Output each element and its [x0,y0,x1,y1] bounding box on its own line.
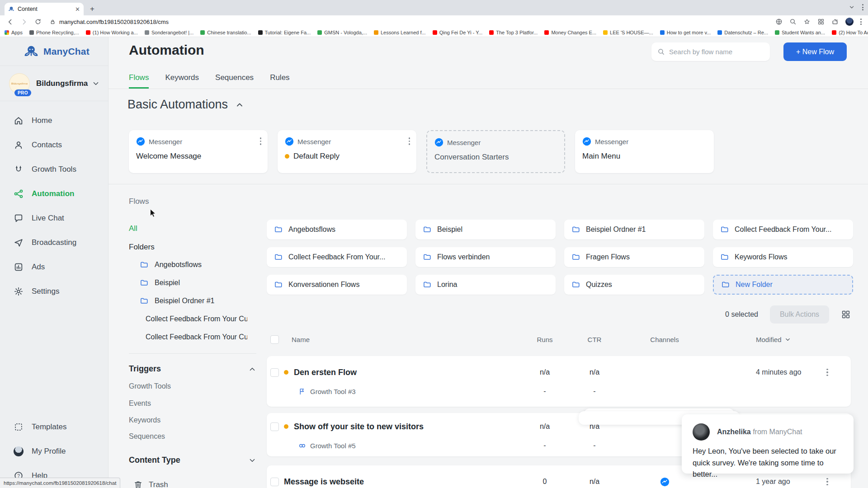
flow-name[interactable]: Show off your site to new visitors [294,422,424,432]
flow-name[interactable]: Den ersten Flow [294,368,357,377]
trigger-filter-sequences[interactable]: Sequences [129,432,165,441]
browser-profile-avatar[interactable] [845,18,854,26]
trash-item[interactable]: Trash [133,480,168,488]
bookmark-item[interactable]: Lessons Learned f... [374,30,426,35]
tab-groups-icon[interactable] [817,18,825,25]
content-type-section[interactable]: Content Type [129,455,256,465]
bookmark-item[interactable]: How to get more v... [660,30,711,35]
address-bar[interactable]: manychat.com/fb1981502081920618/cms [50,19,775,25]
folder-filter-item[interactable]: Beispiel Ordner #1 [140,296,247,305]
chrome-menu-kebab-icon[interactable] [860,19,862,25]
bookmark-item[interactable]: GMSN - Vologda,... [317,30,367,35]
forward-icon[interactable] [20,18,28,26]
flow-search[interactable] [651,42,770,61]
folder-filter-item[interactable]: Beispiel [140,278,247,287]
grid-view-icon[interactable] [841,310,851,319]
search-input[interactable] [669,48,764,56]
folder-tile[interactable]: Flows verbinden [415,247,556,267]
col-channels[interactable]: Channels [619,336,710,343]
sidebar-item-automation[interactable]: Automation [0,182,108,206]
folder-tile[interactable]: Quizzes [564,275,704,295]
tab-sequences[interactable]: Sequences [215,73,254,89]
flow-name[interactable]: Message is webseite [284,477,364,487]
new-tab-button[interactable]: + [86,3,98,15]
col-runs[interactable]: Runs [520,336,570,343]
chevron-up-icon[interactable] [248,365,256,373]
col-ctr[interactable]: CTR [570,336,619,343]
flow-row[interactable]: Den ersten Flow n/a n/a 4 minutes ago Gr… [267,356,851,407]
bookmark-apps[interactable]: Apps [5,30,23,35]
trigger-filter-keywords[interactable]: Keywords [129,416,160,424]
url-text[interactable]: manychat.com/fb1981502081920618/cms [59,19,169,25]
bookmark-item[interactable]: The Top 3 Platfor... [489,30,538,35]
reload-icon[interactable] [34,18,42,25]
bookmark-item[interactable]: (2) How To Add A... [832,30,868,35]
card-menu-kebab-icon[interactable] [409,137,410,145]
bookmark-item[interactable]: Phone Recycling,... [29,30,79,35]
survey-notification[interactable]: Anzhelika from ManyChat Hey Leon, You've… [682,414,854,474]
tab-keywords[interactable]: Keywords [165,73,199,89]
folder-filter-item[interactable]: Collect Feedback From Your Cu [140,333,247,342]
brand-row[interactable]: ManyChat [0,37,108,66]
trigger-filter-events[interactable]: Events [129,399,151,408]
translate-icon[interactable] [775,18,783,25]
folder-tile[interactable]: Lorina [415,275,556,295]
sidebar-item-growth-tools[interactable]: Growth Tools [0,157,108,182]
new-flow-button[interactable]: + New Flow [783,42,847,61]
row-menu-kebab-icon[interactable] [826,369,828,376]
bookmark-item[interactable]: Money Changes E... [544,30,596,35]
bookmark-item[interactable]: Qing Fei De Yi - Y... [433,30,483,35]
select-all-checkbox[interactable] [270,335,279,344]
row-checkbox[interactable] [270,422,279,431]
folder-filter-item[interactable]: Angebotsflows [140,260,247,269]
browser-tab[interactable]: Content ✕ [5,3,84,15]
sidebar-item-templates[interactable]: Templates [0,415,108,439]
card-menu-kebab-icon[interactable] [260,137,262,145]
row-checkbox[interactable] [270,368,279,377]
bookmark-item[interactable]: LEE 'S HOUSE—... [603,30,653,35]
basic-automations-heading[interactable]: Basic Automations [127,98,244,112]
folder-tile[interactable]: Beispiel [415,220,556,239]
new-folder-tile[interactable]: New Folder [713,275,853,295]
folder-tile[interactable]: Konversationen Flows [267,275,407,295]
account-switcher[interactable]: Bildungsfirma PRO Bildungsfirma [0,66,108,101]
chevron-down-icon[interactable] [849,4,855,10]
row-checkbox[interactable] [270,478,279,486]
chevron-down-icon[interactable] [248,456,256,465]
tab-close-icon[interactable]: ✕ [75,6,80,12]
sidebar-item-settings[interactable]: Settings [0,279,108,304]
extensions-puzzle-icon[interactable] [831,18,839,25]
card-main-menu[interactable]: Messenger Main Menu [575,130,714,173]
folder-filter-item[interactable]: Collect Feedback From Your Cu [140,314,247,324]
window-controls[interactable] [849,4,863,10]
bulk-actions-button[interactable]: Bulk Actions [770,305,829,324]
card-welcome-message[interactable]: Messenger Welcome Message [129,130,268,173]
bookmark-item[interactable]: Chinese translatio... [200,30,251,35]
folder-tile[interactable]: Collect Feedback From Your... [267,247,407,267]
bookmark-item[interactable]: (1) How Working a... [86,30,138,35]
trigger-filter-growth-tools[interactable]: Growth Tools [129,382,171,390]
sidebar-item-home[interactable]: Home [0,108,108,133]
bookmark-item[interactable]: Tutorial: Eigene Fa... [258,30,311,35]
folder-tile[interactable]: Fragen Flows [564,247,704,267]
sidebar-item-contacts[interactable]: Contacts [0,133,108,157]
tab-rules[interactable]: Rules [270,73,289,89]
tab-flows[interactable]: Flows [129,73,149,89]
triggers-section[interactable]: Triggers [129,364,256,374]
col-name[interactable]: Name [279,336,520,343]
card-default-reply[interactable]: Messenger Default Reply [278,130,416,173]
card-conversation-starters[interactable]: Messenger Conversation Starters [426,130,565,173]
sidebar-item-ads[interactable]: Ads [0,255,108,279]
folder-tile[interactable]: Beispiel Ordner #1 [564,220,704,239]
folder-tile[interactable]: Angebotsflows [267,220,407,239]
sidebar-item-live-chat[interactable]: Live Chat [0,206,108,230]
chevron-up-icon[interactable] [235,100,244,109]
bookmark-item[interactable]: Datenschutz – Re... [717,30,768,35]
sidebar-item-broadcasting[interactable]: Broadcasting [0,230,108,255]
sidebar-item-my-profile[interactable]: My Profile [0,439,108,464]
bookmark-item[interactable]: Sonderangebot! |... [145,30,193,35]
zoom-icon[interactable] [789,18,797,25]
folder-tile[interactable]: Keywords Flows [713,247,853,267]
back-icon[interactable] [6,18,14,26]
folder-tile[interactable]: Collect Feedback From Your... [713,220,853,239]
